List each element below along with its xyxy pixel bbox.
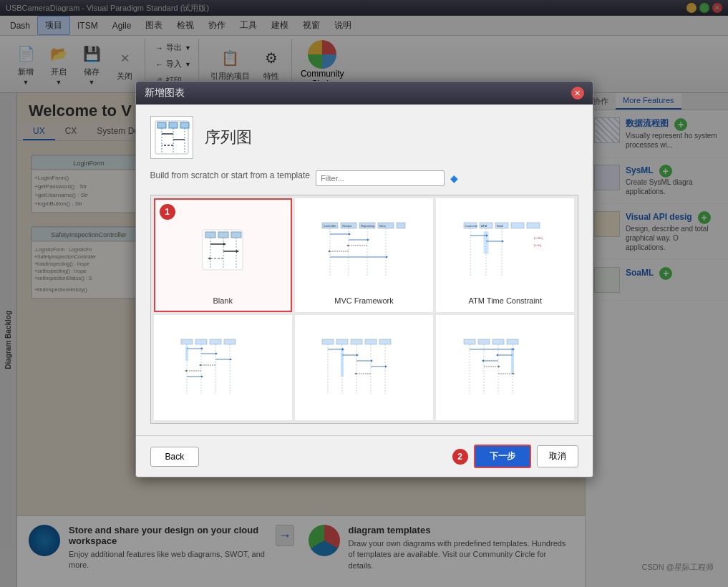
svg-rect-128 <box>462 338 548 395</box>
svg-rect-137 <box>511 348 514 373</box>
svg-text:{t<30s}: {t<30s} <box>534 236 543 240</box>
svg-text:Service: Service <box>342 224 352 228</box>
svg-rect-108 <box>336 339 348 344</box>
svg-rect-19 <box>157 122 166 128</box>
svg-rect-46 <box>397 223 405 228</box>
svg-rect-117 <box>341 348 344 377</box>
next-button[interactable]: 下一步 <box>474 445 531 468</box>
svg-rect-87 <box>210 339 221 344</box>
row2-col2-preview <box>302 322 426 410</box>
svg-text:{t<5s}: {t<5s} <box>534 243 542 247</box>
row2-col1-preview <box>161 322 285 410</box>
back-button[interactable]: Back <box>150 447 200 467</box>
atm-label: ATM Time Constraint <box>469 296 543 305</box>
row2-col3-preview <box>443 322 567 410</box>
svg-rect-130 <box>478 339 490 344</box>
filter-diamond-icon: ◆ <box>450 173 458 184</box>
sequence-diagram-icon-svg <box>154 120 190 155</box>
svg-rect-65 <box>462 221 548 278</box>
dialog-footer: Back 2 下一步 取消 <box>136 435 593 477</box>
svg-rect-86 <box>195 339 207 344</box>
svg-rect-132 <box>507 339 518 344</box>
svg-rect-110 <box>365 339 377 344</box>
template-filter-row: Build from scratch or start from a templ… <box>150 170 578 186</box>
template-atm[interactable]: Customer ATM Bank <box>436 198 574 312</box>
svg-rect-88 <box>224 339 236 344</box>
blank-badge: 1 <box>160 204 175 220</box>
svg-rect-29 <box>205 232 215 238</box>
svg-text:Customer: Customer <box>465 224 478 228</box>
template-mvc[interactable]: Controller Service Repository View <box>295 198 433 312</box>
svg-rect-111 <box>379 339 391 344</box>
svg-text:Bank: Bank <box>497 224 503 228</box>
svg-rect-20 <box>169 122 178 128</box>
cancel-button[interactable]: 取消 <box>537 445 578 467</box>
svg-rect-31 <box>231 232 241 238</box>
svg-rect-30 <box>218 232 228 238</box>
diagram-type-icon <box>150 116 193 159</box>
dialog-body: 序列图 Build from scratch or start from a t… <box>136 105 593 435</box>
svg-rect-41 <box>321 221 407 278</box>
svg-text:Repository: Repository <box>361 224 374 228</box>
next-badge: 2 <box>452 449 468 465</box>
mvc-preview: Controller Service Repository View <box>302 205 426 294</box>
template-blank[interactable]: 1 <box>154 198 292 312</box>
svg-rect-85 <box>181 339 193 344</box>
svg-rect-129 <box>464 339 475 344</box>
template-row2-col2[interactable] <box>295 315 433 420</box>
svg-rect-84 <box>180 338 266 395</box>
svg-rect-109 <box>351 339 362 344</box>
template-row2-col3[interactable] <box>436 315 574 420</box>
template-row2-col1[interactable] <box>154 315 292 420</box>
svg-rect-131 <box>492 339 504 344</box>
svg-text:Controller: Controller <box>324 224 336 228</box>
dialog-titlebar: 新增图表 ✕ <box>136 82 593 105</box>
svg-text:ATM: ATM <box>481 224 487 228</box>
svg-rect-106 <box>321 338 407 395</box>
blank-preview <box>161 205 285 294</box>
svg-text:View: View <box>379 224 386 228</box>
template-grid: 1 <box>150 195 578 424</box>
new-diagram-dialog: 新增图表 ✕ <box>135 81 593 477</box>
template-filter-input[interactable] <box>316 170 445 186</box>
blank-label: Blank <box>213 296 233 305</box>
svg-rect-70 <box>527 223 540 228</box>
template-section-label: Build from scratch or start from a templ… <box>150 170 310 180</box>
diagram-type-name: 序列图 <box>205 127 252 148</box>
dialog-close-button[interactable]: ✕ <box>571 87 584 100</box>
svg-rect-69 <box>511 223 524 228</box>
mvc-label: MVC Framework <box>334 296 394 305</box>
dialog-title: 新增图表 <box>145 87 185 100</box>
svg-rect-107 <box>322 339 334 344</box>
atm-preview: Customer ATM Bank <box>443 205 567 294</box>
dialog-header: 序列图 <box>150 116 578 159</box>
footer-right: 2 下一步 取消 <box>452 445 578 468</box>
svg-rect-21 <box>180 122 189 128</box>
dialog-overlay: 新增图表 ✕ <box>0 0 728 587</box>
